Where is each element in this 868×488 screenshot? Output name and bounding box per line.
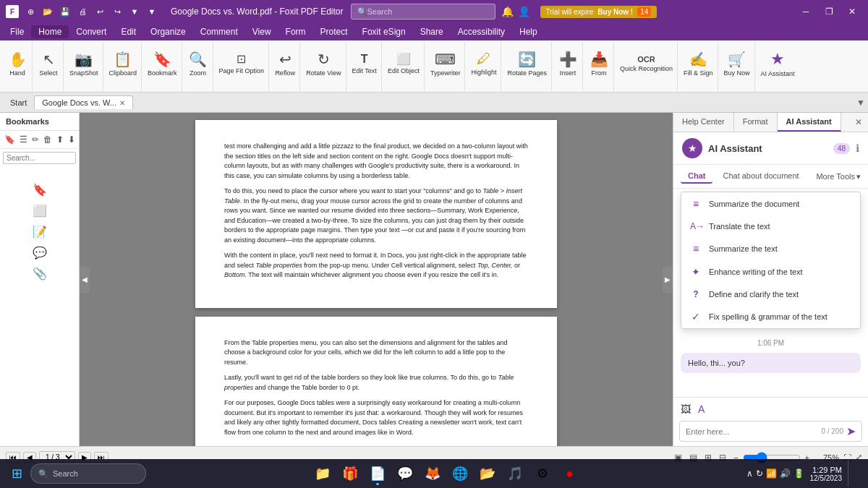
edit-text-button[interactable]: T Edit Text xyxy=(349,45,380,82)
menu-share[interactable]: Share xyxy=(413,25,451,38)
taskbar-search[interactable]: 🔍 Search xyxy=(30,463,146,484)
rotate-pages-button[interactable]: 🔄 Rotate Pages xyxy=(504,45,550,82)
bell-icon[interactable]: 🔔 xyxy=(501,6,514,17)
bookmark-search-input[interactable] xyxy=(7,154,72,162)
taskbar-app-settings[interactable]: ⚙ xyxy=(529,461,556,487)
title-search-input[interactable] xyxy=(367,7,489,16)
ai-button[interactable]: ★ AI Assistant xyxy=(758,45,798,82)
new-icon[interactable]: ⊕ xyxy=(23,4,38,19)
menu-comment[interactable]: Comment xyxy=(193,25,245,38)
show-desktop-button[interactable] xyxy=(848,461,862,487)
side-panel-icon-3[interactable]: 📝 xyxy=(31,223,48,240)
taskbar-app-red[interactable]: ● xyxy=(557,461,583,487)
chat-text-icon[interactable]: A xyxy=(697,402,706,416)
tab-help-center[interactable]: Help Center xyxy=(673,113,734,132)
menu-view[interactable]: View xyxy=(245,25,278,38)
snapshot-button[interactable]: 📷 SnapShot xyxy=(67,45,101,82)
chat-send-button[interactable]: ➤ xyxy=(846,424,856,438)
menu-protect[interactable]: Protect xyxy=(313,25,355,38)
sync-icon[interactable]: ↻ xyxy=(756,468,763,479)
taskbar-app-folder[interactable]: 📂 xyxy=(475,461,501,487)
side-panel-icon-4[interactable]: 💬 xyxy=(31,244,48,261)
taskbar-app-firefox[interactable]: 🦊 xyxy=(420,461,446,487)
tab-expand-button[interactable]: ▼ xyxy=(856,98,865,108)
save-icon[interactable]: 💾 xyxy=(58,4,72,19)
reflow-button[interactable]: ↩ Reflow xyxy=(272,45,298,82)
side-panel-icon-1[interactable]: 🔖 xyxy=(31,181,48,198)
volume-icon[interactable]: 🔊 xyxy=(780,468,791,479)
bm-icon-2[interactable]: ☰ xyxy=(18,133,29,146)
tab-ai-assistant[interactable]: AI Assistant xyxy=(778,113,841,132)
clipboard-button[interactable]: 📋 Clipboard xyxy=(106,45,140,82)
left-collapse-arrow[interactable]: ◀ xyxy=(80,267,90,293)
menu-file[interactable]: File xyxy=(3,25,31,38)
tab-start[interactable]: Start xyxy=(3,95,34,110)
chat-input[interactable] xyxy=(686,427,821,436)
dropdown-enhance[interactable]: ✦ Enhance writing of the text xyxy=(681,260,860,283)
page-fit-button[interactable]: ⊡ Page Fit Option xyxy=(216,45,268,82)
history-icon[interactable]: ▼ xyxy=(127,4,142,19)
dropdown-fix-spelling[interactable]: ✓ Fix spelling & grammar of the text xyxy=(681,305,860,328)
menu-organize[interactable]: Organize xyxy=(143,25,193,38)
bookmark-button[interactable]: 🔖 Bookmark xyxy=(145,45,180,82)
ocr-button[interactable]: OCR Quick Recognition xyxy=(617,45,676,82)
taskbar-app-files[interactable]: 📁 xyxy=(310,461,336,487)
taskbar-clock[interactable]: 1:29 PM 12/5/2023 xyxy=(810,466,843,482)
tab-format[interactable]: Format xyxy=(734,113,778,132)
subtab-chat-doc[interactable]: Chat about document xyxy=(715,169,806,184)
right-collapse-arrow[interactable]: ▶ xyxy=(663,267,673,293)
fill-sign-button[interactable]: ✍ Fill & Sign xyxy=(681,45,716,82)
rotate-view-button[interactable]: ↻ Rotate View xyxy=(303,45,344,82)
restore-button[interactable]: ❐ xyxy=(819,4,839,19)
hand-button[interactable]: ✋ Hand xyxy=(4,45,30,82)
battery-icon[interactable]: 🔋 xyxy=(793,468,804,479)
taskbar-app-edge[interactable]: 🌐 xyxy=(447,461,473,487)
print-icon[interactable]: 🖨 xyxy=(75,4,90,19)
menu-help[interactable]: Help xyxy=(512,25,545,38)
typewriter-button[interactable]: ⌨ Typewriter xyxy=(427,45,464,82)
side-panel-icon-5[interactable]: 📎 xyxy=(31,265,48,282)
subtab-chat[interactable]: Chat xyxy=(681,169,712,184)
menu-home[interactable]: Home xyxy=(31,25,69,38)
open-icon[interactable]: 📂 xyxy=(41,4,55,19)
bm-icon-5[interactable]: ⬆ xyxy=(55,133,65,146)
right-panel-close-button[interactable]: ✕ xyxy=(849,113,868,132)
bm-icon-6[interactable]: ⬇ xyxy=(67,133,77,146)
redo-icon[interactable]: ↪ xyxy=(110,4,124,19)
wifi-icon[interactable]: 📶 xyxy=(766,468,777,479)
tab-close-button[interactable]: ✕ xyxy=(119,99,125,107)
close-button[interactable]: ✕ xyxy=(842,4,862,19)
zoom-button[interactable]: 🔍 Zoom xyxy=(185,45,211,82)
buy-button[interactable]: 🛒 Buy Now xyxy=(721,45,753,82)
trial-badge[interactable]: Trial will expire Buy Now ! 14 xyxy=(540,6,658,18)
dropdown-summarize[interactable]: ≡ Summarize the text xyxy=(681,237,860,260)
menu-form[interactable]: Form xyxy=(278,25,313,38)
subtab-more-tools[interactable]: More Tools ▾ xyxy=(816,169,861,184)
from-button[interactable]: 📥 From xyxy=(586,45,612,82)
taskbar-app-gift[interactable]: 🎁 xyxy=(337,461,363,487)
chat-image-icon[interactable]: 🖼 xyxy=(679,402,692,416)
taskbar-app-pdf[interactable]: 📄 xyxy=(365,461,391,487)
ai-info-icon[interactable]: ℹ xyxy=(856,142,859,154)
taskbar-app-chat[interactable]: 💬 xyxy=(392,461,418,487)
menu-accessibility[interactable]: Accessibility xyxy=(451,25,512,38)
tray-up-icon[interactable]: ∧ xyxy=(746,468,753,479)
select-button[interactable]: ↖ Select xyxy=(35,45,61,82)
title-search-box[interactable]: 🔍 xyxy=(351,4,495,20)
menu-foxit-esign[interactable]: Foxit eSign xyxy=(355,25,413,38)
dropdown-translate[interactable]: A→ Translate the text xyxy=(681,215,860,237)
user-icon[interactable]: 👤 xyxy=(518,6,530,17)
edit-object-button[interactable]: ⬜ Edit Object xyxy=(385,45,422,82)
insert-button[interactable]: ➕ Insert xyxy=(555,45,581,82)
minimize-button[interactable]: ─ xyxy=(796,4,816,19)
bm-icon-1[interactable]: 🔖 xyxy=(3,133,17,146)
undo-icon[interactable]: ↩ xyxy=(93,4,107,19)
highlight-button[interactable]: 🖊 Highlight xyxy=(468,45,499,82)
taskbar-app-media[interactable]: 🎵 xyxy=(502,461,528,487)
customize-icon[interactable]: ▼ xyxy=(145,4,159,19)
bookmark-search[interactable] xyxy=(3,152,76,164)
bm-icon-4[interactable]: 🗑 xyxy=(42,133,54,146)
trial-action[interactable]: Buy Now ! xyxy=(597,8,633,16)
side-panel-icon-2[interactable]: ⬜ xyxy=(31,202,48,219)
bm-icon-3[interactable]: ✏ xyxy=(30,133,41,146)
